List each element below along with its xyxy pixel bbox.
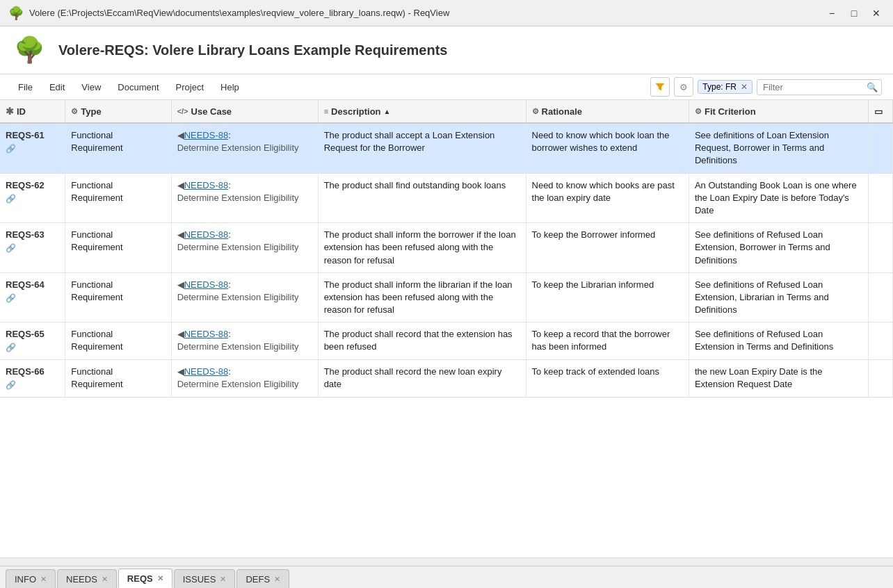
cell-fit-REQS-63: See definitions of Refused Loan Extensio… — [689, 223, 868, 273]
col-header-type: ⚙ Type — [65, 100, 171, 123]
usecase-text: Determine Extension Eligibility — [177, 242, 299, 252]
id-icon: ✱ — [6, 106, 14, 117]
cell-type-REQS-63: Functional Requirement — [65, 223, 171, 273]
tab-label: NEEDS — [66, 574, 97, 585]
usecase-code-icon: </> — [177, 107, 188, 115]
cell-desc-REQS-64: The product shall inform the librarian i… — [318, 272, 526, 322]
remove-type-filter-button[interactable]: ✕ — [741, 82, 748, 92]
table-row[interactable]: REQS-61 🔗 Functional Requirement ◀NEEDS-… — [0, 123, 893, 173]
req-id: REQS-63 — [6, 229, 59, 241]
cell-type-REQS-62: Functional Requirement — [65, 173, 171, 223]
menu-edit[interactable]: Edit — [42, 80, 72, 95]
needs-link[interactable]: NEEDS-88 — [184, 329, 229, 339]
tab-reqs[interactable]: REQS✕ — [118, 569, 172, 588]
maximize-button[interactable]: □ — [846, 6, 862, 20]
cell-usecase-REQS-66: ◀NEEDS-88: Determine Extension Eligibili… — [171, 360, 318, 398]
cell-usecase-REQS-62: ◀NEEDS-88: Determine Extension Eligibili… — [171, 173, 318, 223]
col-header-description[interactable]: ≡ Description ▲ — [318, 100, 526, 123]
title-bar: 🌳 Volere (E:\Projects\Eccam\ReqView\docu… — [0, 0, 893, 26]
menu-items: File Edit View Document Project Help — [11, 80, 246, 95]
tab-bar: INFO✕NEEDS✕REQS✕ISSUES✕DEFS✕ — [0, 566, 893, 588]
cell-fit-REQS-65: See definitions of Refused Loan Extensio… — [689, 322, 868, 360]
filter-settings-button[interactable]: ⚙ — [674, 77, 693, 97]
table-container: ✱ ID ⚙ Type </> Use Case — [0, 100, 893, 566]
window-controls: − □ ✕ — [823, 6, 885, 20]
table-body: REQS-61 🔗 Functional Requirement ◀NEEDS-… — [0, 123, 893, 398]
req-id: REQS-66 — [6, 366, 59, 378]
tab-issues[interactable]: ISSUES✕ — [174, 569, 236, 588]
horizontal-scrollbar[interactable] — [0, 557, 893, 566]
needs-link[interactable]: NEEDS-88 — [184, 130, 229, 140]
menu-file[interactable]: File — [11, 80, 40, 95]
cell-desc-REQS-62: The product shall find outstanding book … — [318, 173, 526, 223]
cell-id-REQS-61: REQS-61 🔗 — [0, 123, 65, 173]
menu-document[interactable]: Document — [111, 80, 166, 95]
tab-close-button[interactable]: ✕ — [40, 575, 47, 583]
table-row[interactable]: REQS-66 🔗 Functional Requirement ◀NEEDS-… — [0, 360, 893, 398]
tab-label: INFO — [15, 574, 36, 585]
table-row[interactable]: REQS-64 🔗 Functional Requirement ◀NEEDS-… — [0, 272, 893, 322]
cell-fit-REQS-62: An Outstanding Book Loan is one where th… — [689, 173, 868, 223]
cell-usecase-REQS-63: ◀NEEDS-88: Determine Extension Eligibili… — [171, 223, 318, 273]
cell-rat-REQS-63: To keep the Borrower informed — [526, 223, 689, 273]
table-row[interactable]: REQS-65 🔗 Functional Requirement ◀NEEDS-… — [0, 322, 893, 360]
menu-project[interactable]: Project — [169, 80, 211, 95]
col-header-rationale: ⚙ Rationale — [526, 100, 689, 123]
close-button[interactable]: ✕ — [868, 6, 885, 20]
cell-type-REQS-65: Functional Requirement — [65, 322, 171, 360]
usecase-arrow: ◀ — [177, 329, 184, 339]
req-id: REQS-65 — [6, 328, 59, 341]
table-scroll[interactable]: ✱ ID ⚙ Type </> Use Case — [0, 100, 893, 557]
needs-link[interactable]: NEEDS-88 — [184, 279, 229, 290]
tab-close-button[interactable]: ✕ — [220, 575, 226, 583]
cell-desc-REQS-63: The product shall inform the borrower if… — [318, 223, 526, 273]
cell-usecase-REQS-64: ◀NEEDS-88: Determine Extension Eligibili… — [171, 272, 318, 322]
cell-id-REQS-62: REQS-62 🔗 — [0, 173, 65, 223]
tab-close-button[interactable]: ✕ — [274, 575, 280, 583]
app-title: Volere-REQS: Volere Library Loans Exampl… — [58, 42, 447, 58]
tab-close-button[interactable]: ✕ — [102, 575, 108, 583]
cell-type-REQS-66: Functional Requirement — [65, 360, 171, 398]
minimize-button[interactable]: − — [823, 6, 840, 20]
col-header-expand[interactable]: ▭ — [868, 100, 892, 123]
usecase-text: Determine Extension Eligibility — [177, 142, 299, 153]
cell-id-REQS-63: REQS-63 🔗 — [0, 223, 65, 273]
usecase-text: Determine Extension Eligibility — [177, 341, 299, 352]
cell-expand-REQS-61 — [868, 123, 892, 173]
req-id: REQS-62 — [6, 179, 59, 192]
filter-button[interactable] — [650, 77, 670, 97]
usecase-arrow: ◀ — [177, 180, 184, 190]
expand-icon: ▭ — [874, 106, 883, 117]
requirements-table: ✱ ID ⚙ Type </> Use Case — [0, 100, 893, 398]
usecase-arrow: ◀ — [177, 366, 184, 377]
menu-bar: File Edit View Document Project Help ⚙ T… — [0, 74, 893, 100]
desc-sort-arrow: ▲ — [384, 108, 391, 115]
needs-link[interactable]: NEEDS-88 — [184, 180, 229, 190]
cell-rat-REQS-66: To keep track of extended loans — [526, 360, 689, 398]
app-logo: 🌳 — [11, 32, 47, 68]
usecase-arrow: ◀ — [177, 130, 184, 140]
cell-id-REQS-64: REQS-64 🔗 — [0, 272, 65, 322]
tab-needs[interactable]: NEEDS✕ — [57, 569, 117, 588]
cell-desc-REQS-61: The product shall accept a Loan Extensio… — [318, 123, 526, 173]
tab-label: DEFS — [246, 574, 270, 585]
table-row[interactable]: REQS-63 🔗 Functional Requirement ◀NEEDS-… — [0, 223, 893, 273]
cell-fit-REQS-61: See definitions of Loan Extension Reques… — [689, 123, 868, 173]
col-header-id: ✱ ID — [0, 100, 65, 123]
cell-desc-REQS-65: The product shall record that the extens… — [318, 322, 526, 360]
tab-close-button[interactable]: ✕ — [157, 575, 163, 582]
tab-label: ISSUES — [183, 574, 216, 585]
menu-help[interactable]: Help — [214, 80, 246, 95]
cell-usecase-REQS-65: ◀NEEDS-88: Determine Extension Eligibili… — [171, 322, 318, 360]
needs-link[interactable]: NEEDS-88 — [184, 366, 229, 377]
cell-id-REQS-66: REQS-66 🔗 — [0, 360, 65, 398]
tab-defs[interactable]: DEFS✕ — [236, 569, 289, 588]
table-row[interactable]: REQS-62 🔗 Functional Requirement ◀NEEDS-… — [0, 173, 893, 223]
filter-input[interactable] — [757, 79, 882, 95]
cell-expand-REQS-62 — [868, 173, 892, 223]
desc-list-icon: ≡ — [324, 107, 328, 115]
window-title: Volere (E:\Projects\Eccam\ReqView\docume… — [29, 8, 449, 18]
needs-link[interactable]: NEEDS-88 — [184, 229, 229, 240]
menu-view[interactable]: View — [74, 80, 108, 95]
tab-info[interactable]: INFO✕ — [6, 569, 56, 588]
